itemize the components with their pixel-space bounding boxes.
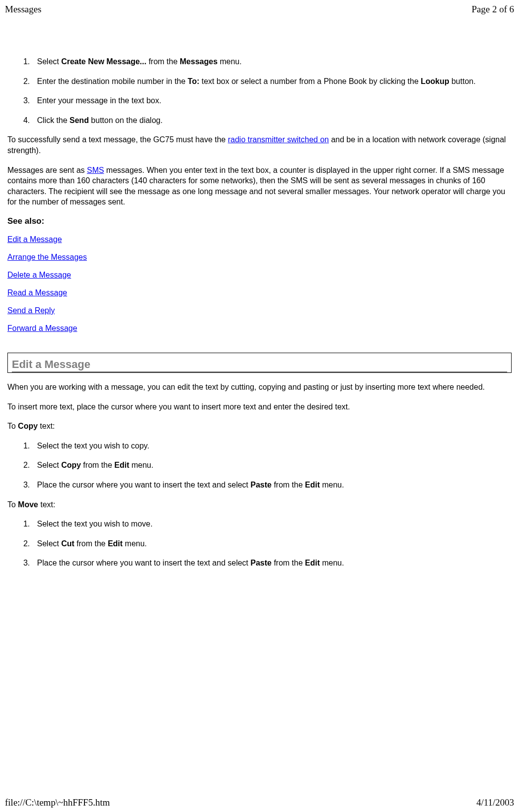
copy-step-2: Select Copy from the Edit menu. — [32, 460, 512, 471]
page-footer: file://C:\temp\~hhFFF5.htm 4/11/2003 — [0, 797, 519, 808]
footer-date: 4/11/2003 — [477, 797, 514, 808]
footer-path: file://C:\temp\~hhFFF5.htm — [5, 797, 110, 808]
copy-step-3: Place the cursor where you want to inser… — [32, 480, 512, 490]
header-page-info: Page 2 of 6 — [472, 4, 514, 15]
forward-message-link[interactable]: Forward a Message — [7, 324, 77, 332]
section-header-box: Edit a Message — [7, 353, 512, 373]
edit-message-title: Edit a Message — [12, 358, 507, 372]
move-step-1: Select the text you wish to move. — [32, 519, 512, 529]
copy-intro: To Copy text: — [7, 421, 512, 432]
content-area: Select Create New Message... from the Me… — [0, 17, 519, 568]
step-1: Select Create New Message... from the Me… — [32, 56, 512, 67]
step-4: Click the Send button on the dialog. — [32, 115, 512, 126]
read-message-link[interactable]: Read a Message — [7, 288, 67, 297]
create-message-steps: Select Create New Message... from the Me… — [7, 56, 512, 125]
step-2: Enter the destination mobile number in t… — [32, 76, 512, 87]
edit-message-link[interactable]: Edit a Message — [7, 235, 62, 244]
see-also-heading: See also: — [7, 216, 512, 226]
move-step-3: Place the cursor where you want to inser… — [32, 558, 512, 568]
step-3: Enter your message in the text box. — [32, 95, 512, 106]
sms-link[interactable]: SMS — [87, 166, 104, 174]
delete-message-link[interactable]: Delete a Message — [7, 271, 71, 279]
radio-transmitter-note: To successfully send a text message, the… — [7, 134, 512, 156]
edit-intro-2: To insert more text, place the cursor wh… — [7, 402, 512, 412]
radio-transmitter-link[interactable]: radio transmitter switched on — [228, 135, 329, 144]
page-header: Messages Page 2 of 6 — [0, 0, 519, 17]
move-step-2: Select Cut from the Edit menu. — [32, 538, 512, 549]
copy-step-1: Select the text you wish to copy. — [32, 441, 512, 451]
copy-steps: Select the text you wish to copy. Select… — [7, 441, 512, 490]
send-reply-link[interactable]: Send a Reply — [7, 306, 55, 315]
edit-intro-1: When you are working with a message, you… — [7, 382, 512, 393]
move-steps: Select the text you wish to move. Select… — [7, 519, 512, 568]
move-intro: To Move text: — [7, 499, 512, 510]
header-title: Messages — [5, 4, 41, 15]
arrange-messages-link[interactable]: Arrange the Messages — [7, 253, 87, 261]
sms-note: Messages are sent as SMS messages. When … — [7, 165, 512, 207]
